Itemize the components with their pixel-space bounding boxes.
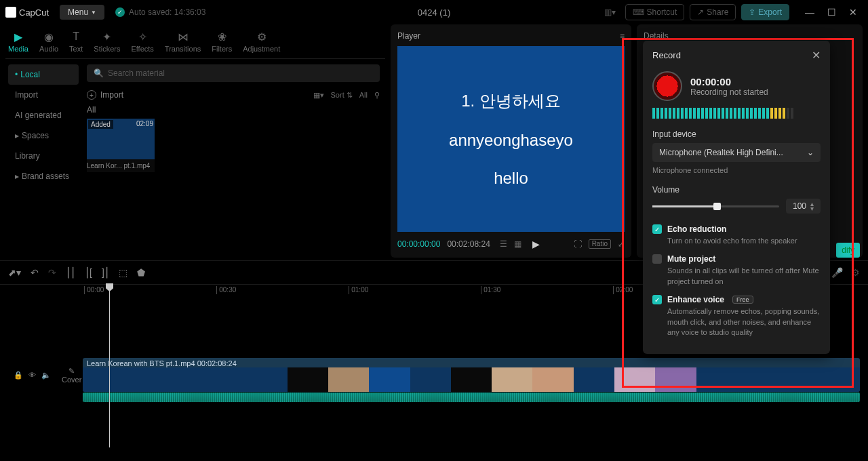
filter-all-button[interactable]: All — [359, 91, 368, 100]
minimize-button[interactable]: — — [800, 4, 819, 20]
layout-icon[interactable]: ▥▾ — [601, 4, 620, 20]
vu-meter — [652, 108, 821, 119]
media-panel: ▶Media ◉Audio TText ✦Stickers ✧Effects ⋈… — [5, 24, 385, 258]
list-icon[interactable]: ☰ — [500, 239, 507, 249]
undo-button[interactable]: ↶ — [31, 267, 39, 278]
menu-button[interactable]: Menu▼ — [60, 5, 104, 20]
tab-filters[interactable]: ❀Filters — [212, 30, 232, 53]
trim-right-tool[interactable]: ]⎮ — [102, 267, 109, 278]
close-icon[interactable]: ✕ — [812, 49, 821, 62]
stepper-icon[interactable]: ▴▾ — [810, 201, 814, 211]
effects-icon: ✧ — [136, 30, 149, 43]
subtitle-line-1: 1. 안녕하세요 — [461, 90, 561, 112]
adjustment-icon: ⚙ — [255, 30, 269, 43]
cover-label: Cover — [62, 376, 81, 384]
redo-button[interactable]: ↷ — [48, 267, 56, 278]
search-input[interactable]: 🔍Search material — [87, 64, 380, 82]
cursor-tool[interactable]: ⬈▾ — [8, 267, 21, 278]
delete-tool[interactable]: ⬚ — [119, 267, 127, 278]
play-button[interactable]: ▶ — [532, 239, 540, 249]
tab-stickers[interactable]: ✦Stickers — [94, 30, 120, 53]
player-canvas[interactable]: 1. 안녕하세요 annyeonghaseyo hello — [397, 46, 625, 232]
trim-left-tool[interactable]: ⎮[ — [85, 267, 92, 278]
ratio-button[interactable]: Ratio — [589, 239, 611, 249]
crop-icon[interactable]: ⛶ — [574, 239, 582, 249]
close-button[interactable]: ✕ — [844, 4, 863, 20]
tab-media[interactable]: ▶Media — [8, 30, 28, 53]
playhead[interactable] — [109, 285, 110, 447]
media-thumbnail[interactable]: Added 02:09 Learn Kor... pt.1.mp4 — [87, 119, 155, 172]
current-time: 00:00:00:00 — [397, 239, 440, 249]
audio-clip[interactable] — [83, 393, 860, 402]
mic-status: Microphone connected — [652, 166, 821, 174]
sidebar-item-library[interactable]: Library — [8, 146, 79, 166]
import-button[interactable]: +Import — [87, 90, 123, 100]
modify-button-partial[interactable]: dify — [836, 243, 860, 258]
filter-icon[interactable]: ⚲ — [374, 91, 380, 100]
player-menu-icon[interactable]: ≡ — [620, 31, 625, 41]
sidebar-item-ai[interactable]: AI generated — [8, 105, 79, 125]
record-title: Record — [652, 50, 681, 60]
sidebar-item-import[interactable]: Import — [8, 85, 79, 105]
maximize-button[interactable]: ☐ — [822, 4, 841, 20]
chevron-down-icon: ⌄ — [807, 148, 814, 157]
sidebar-item-spaces[interactable]: ▸ Spaces — [8, 125, 79, 146]
cover-icon[interactable]: ✎ — [62, 367, 81, 376]
all-heading: All — [87, 105, 380, 115]
subtitle-line-3: hello — [494, 169, 528, 188]
details-heading: Details — [644, 31, 856, 41]
search-icon: 🔍 — [94, 68, 104, 78]
plus-icon: + — [87, 90, 96, 100]
enhance-title: Enhance voice — [667, 295, 724, 304]
thumb-duration: 02:09 — [136, 120, 153, 127]
sidebar-item-brand[interactable]: ▸ Brand assets — [8, 166, 79, 186]
added-badge: Added — [88, 120, 113, 129]
video-clip[interactable]: Learn Korean with BTS pt.1.mp4 00:02:08:… — [83, 358, 860, 392]
volume-value[interactable]: 100▴▾ — [786, 199, 821, 214]
mute-icon[interactable]: 🔈 — [41, 371, 51, 380]
tab-audio[interactable]: ◉Audio — [39, 30, 58, 53]
autosave-status: ✓ Auto saved: 14:36:03 — [115, 7, 205, 17]
tab-transitions[interactable]: ⋈Transitions — [165, 30, 201, 53]
tab-adjustment[interactable]: ⚙Adjustment — [243, 30, 280, 53]
titlebar: CapCut Menu▼ ✓ Auto saved: 14:36:03 0424… — [0, 0, 868, 24]
grid-view-icon[interactable]: ▦▾ — [313, 91, 324, 100]
volume-label: Volume — [652, 185, 821, 195]
total-time: 00:02:08:24 — [447, 239, 490, 249]
subtitle-line-2: annyeonghaseyo — [449, 131, 573, 150]
grid-icon[interactable]: ▦ — [514, 239, 521, 249]
sidebar-item-local[interactable]: • Local — [8, 64, 79, 85]
sort-button[interactable]: Sort ⇅ — [331, 91, 353, 100]
tab-text[interactable]: TText — [69, 30, 83, 53]
export-button[interactable]: ⇪ Export — [741, 4, 789, 20]
enhance-checkbox[interactable]: ✓ — [652, 295, 662, 304]
record-status: Recording not started — [690, 87, 768, 97]
media-icon: ▶ — [12, 30, 25, 43]
tab-effects[interactable]: ✧Effects — [131, 30, 153, 53]
shortcut-button[interactable]: ⌨ Shortcut — [625, 4, 685, 20]
split-tool[interactable]: ⎮⎮ — [66, 267, 75, 278]
logo-icon — [5, 7, 16, 18]
text-icon: T — [69, 30, 83, 43]
enhance-desc: Automatically remove echos, popping soun… — [667, 306, 821, 338]
settings-icon[interactable]: ⚙ — [851, 267, 860, 278]
echo-checkbox[interactable]: ✓ — [652, 224, 662, 234]
input-device-label: Input device — [652, 129, 821, 139]
lock-icon[interactable]: 🔒 — [14, 371, 23, 380]
transitions-icon: ⋈ — [176, 30, 190, 43]
stickers-icon: ✦ — [100, 30, 114, 43]
record-button[interactable] — [652, 71, 682, 101]
volume-slider[interactable] — [652, 205, 779, 207]
marker-tool[interactable]: ⬟ — [137, 267, 145, 278]
input-device-dropdown[interactable]: Microphone (Realtek High Defini...⌄ — [652, 143, 821, 162]
mute-checkbox[interactable]: ✓ — [652, 254, 662, 264]
app-name: CapCut — [19, 7, 49, 18]
share-button[interactable]: ↗ Share — [690, 4, 736, 20]
mic-icon[interactable]: 🎤 — [831, 267, 843, 278]
mute-title: Mute project — [667, 254, 715, 264]
eye-icon[interactable]: 👁 — [28, 371, 36, 379]
fullscreen-icon[interactable]: ⤢ — [618, 239, 625, 249]
record-timer: 00:00:00 — [690, 76, 768, 87]
filters-icon: ❀ — [215, 30, 229, 43]
echo-desc: Turn on to avoid echo from the speaker — [667, 236, 821, 246]
